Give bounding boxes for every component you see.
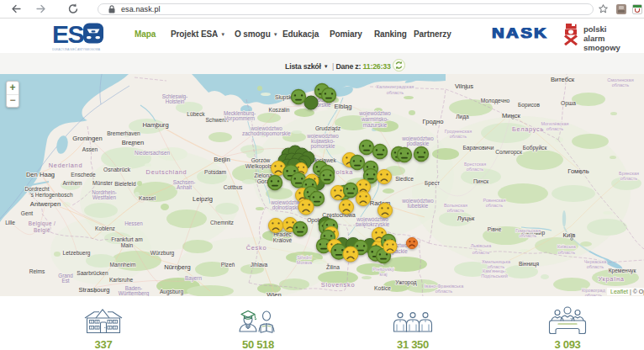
svg-text:Würzburg: Würzburg xyxy=(150,250,175,257)
svg-text:Київ: Київ xyxy=(563,231,576,239)
svg-text:Bremerhaven: Bremerhaven xyxy=(107,130,140,136)
svg-text:Augsburg: Augsburg xyxy=(160,289,184,295)
svg-text:Česko: Česko xyxy=(246,244,267,252)
svg-text:область: область xyxy=(472,250,489,255)
svg-text:Letzebuerg: Letzebuerg xyxy=(63,250,91,257)
svg-text:kraj: kraj xyxy=(380,272,388,277)
svg-text:область: область xyxy=(450,134,467,139)
svg-text:область: область xyxy=(620,176,637,181)
svg-text:Борисов: Борисов xyxy=(518,102,540,109)
svg-text:Lille: Lille xyxy=(5,220,15,225)
svg-text:Karlsruhe: Karlsruhe xyxy=(109,277,134,283)
svg-text:świętokrzyskie: świętokrzyskie xyxy=(356,221,390,228)
svg-text:Солигорск: Солигорск xyxy=(495,149,522,156)
svg-text:область: область xyxy=(467,167,483,172)
svg-text:Брест: Брест xyxy=(425,180,440,187)
svg-text:Bielefeld: Bielefeld xyxy=(114,181,136,187)
svg-text:Den Haag: Den Haag xyxy=(26,171,55,178)
svg-text:zachodniopomorskie: zachodniopomorskie xyxy=(242,130,291,137)
svg-text:Hessen: Hessen xyxy=(124,220,143,226)
svg-text:область: область xyxy=(546,126,563,131)
svg-text:Württemberg: Württemberg xyxy=(119,290,150,296)
svg-text:Gent: Gent xyxy=(21,210,33,216)
svg-text:Westfalen: Westfalen xyxy=(92,194,116,200)
svg-text:Arnhem: Arnhem xyxy=(62,180,82,186)
svg-text:Bayern: Bayern xyxy=(185,275,202,282)
svg-text:Витебск: Витебск xyxy=(551,76,575,83)
svg-text:Holstein: Holstein xyxy=(166,98,185,104)
svg-text:Львівська: Львівська xyxy=(471,243,493,248)
svg-text:Koszalin: Koszalin xyxy=(269,107,290,113)
svg-text:Кременчук: Кременчук xyxy=(609,268,636,274)
svg-text:Орша: Орша xyxy=(561,100,576,107)
svg-text:Est: Est xyxy=(61,278,69,284)
svg-text:Main: Main xyxy=(121,242,134,248)
svg-text:Kassel: Kassel xyxy=(139,195,156,201)
svg-text:podlaskie: podlaskie xyxy=(407,141,430,147)
svg-text:Elbląg: Elbląg xyxy=(334,103,351,110)
svg-text:область: область xyxy=(587,264,604,269)
svg-text:Подільський: Подільський xyxy=(481,273,508,278)
svg-text:Рівне: Рівне xyxy=(488,226,502,232)
svg-text:Košice: Košice xyxy=(374,285,391,291)
svg-text:область: область xyxy=(435,289,452,294)
svg-text:область: область xyxy=(447,208,464,213)
svg-text:warmińsko-: warmińsko- xyxy=(361,116,388,122)
svg-text:область: область xyxy=(387,90,404,95)
svg-text:область: область xyxy=(520,233,536,238)
svg-text:Słupsk: Słupsk xyxy=(275,94,292,101)
svg-text:Лида: Лида xyxy=(456,114,469,120)
svg-text:область: область xyxy=(612,82,629,88)
svg-text:Niedersachsen: Niedersachsen xyxy=(135,150,171,156)
svg-text:Bremen: Bremen xyxy=(122,139,145,146)
svg-text:pomorskie: pomorskie xyxy=(310,143,335,150)
svg-text:Vorpommern: Vorpommern xyxy=(224,115,256,122)
svg-text:область: область xyxy=(558,250,575,255)
svg-text:Žilina: Žilina xyxy=(326,263,340,270)
svg-text:Гродно: Гродно xyxy=(423,118,444,125)
svg-text:Jihlava: Jihlava xyxy=(251,262,268,268)
svg-text:Chemnitz: Chemnitz xyxy=(210,220,234,225)
svg-text:Osnabrück: Osnabrück xyxy=(103,167,131,172)
svg-text:Berlin: Berlin xyxy=(214,156,230,163)
svg-text:Slovensko: Slovensko xyxy=(321,281,355,289)
svg-text:NASK: NASK xyxy=(492,28,548,41)
svg-text:Koblenz: Koblenz xyxy=(95,225,115,231)
svg-text:Київська: Київська xyxy=(557,244,577,249)
svg-text:Reims: Reims xyxy=(29,268,45,274)
svg-text:Grudziądz: Grudziądz xyxy=(315,125,340,132)
svg-text:Plzeň: Plzeň xyxy=(221,262,235,268)
svg-text:Morava: Morava xyxy=(297,260,313,265)
svg-text:Пинск: Пинск xyxy=(473,178,488,184)
svg-text:Калининградская: Калининградская xyxy=(377,84,414,89)
svg-text:Барановичи: Барановичи xyxy=(463,145,494,151)
svg-text:Siedlce: Siedlce xyxy=(395,176,414,182)
svg-text:Беларусь: Беларусь xyxy=(512,125,544,133)
svg-text:Cottbus: Cottbus xyxy=(224,184,243,190)
svg-text:Україна: Україна xyxy=(599,275,625,283)
svg-text:Молодечно: Молодечно xyxy=(481,98,510,104)
svg-text:Groningen: Groningen xyxy=(72,135,102,142)
svg-text:Králové: Králové xyxy=(273,237,293,243)
svg-text:'s Hertogenbosch: 's Hertogenbosch xyxy=(29,192,72,199)
svg-text:область: область xyxy=(486,203,503,208)
svg-text:lubelskie: lubelskie xyxy=(408,203,429,209)
svg-text:Leipzig: Leipzig xyxy=(193,195,213,203)
svg-text:dolnośląskie: dolnośląskie xyxy=(272,204,302,211)
svg-text:EDUKACYJNA SIEĆ ANTYSMOGOWA: EDUKACYJNA SIEĆ ANTYSMOGOWA xyxy=(52,47,100,51)
svg-text:Münster: Münster xyxy=(92,180,113,186)
svg-text:Deutschland: Deutschland xyxy=(146,168,187,176)
svg-text:Saarbrücken: Saarbrücken xyxy=(77,270,108,276)
svg-text:Enschede: Enschede xyxy=(71,172,96,178)
svg-text:België: België xyxy=(34,227,50,234)
svg-text:Belgique /: Belgique / xyxy=(29,220,55,227)
svg-text:Assen: Assen xyxy=(82,146,98,152)
svg-text:Луцьк: Луцьк xyxy=(457,215,475,222)
svg-text:mazurskie: mazurskie xyxy=(363,122,388,128)
svg-text:Lübeck: Lübeck xyxy=(187,111,205,117)
svg-text:Гомель: Гомель xyxy=(567,167,589,175)
svg-text:Strasbourg: Strasbourg xyxy=(78,286,109,294)
svg-text:Nederland: Nederland xyxy=(49,162,82,169)
svg-text:Anhalt: Anhalt xyxy=(177,184,192,190)
svg-text:Dordrecht: Dordrecht xyxy=(25,186,50,192)
